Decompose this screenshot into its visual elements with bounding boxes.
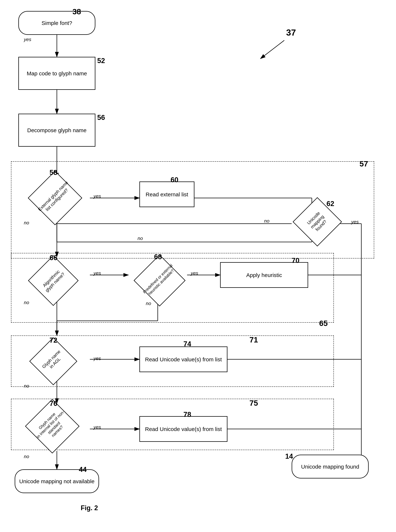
node-map-code: Map code to glyph name <box>18 57 95 90</box>
label-75: 75 <box>250 399 258 407</box>
svg-line-29 <box>261 40 284 59</box>
node-mapping-found: Unicode mapping found <box>292 455 369 479</box>
node-map-code-label: Map code to glyph name <box>27 70 87 77</box>
label-76: 76 <box>50 400 57 407</box>
node-decompose-label: Decompose glyph name <box>27 127 87 134</box>
node-apply-heuristic-label: Apply heuristic <box>246 271 282 279</box>
no-label-62: no <box>264 218 269 224</box>
no-label-76: no <box>24 454 29 459</box>
node-read-unicode-agl: Read Unicode value(s) from list <box>140 346 227 372</box>
yes-label-76: yes <box>93 424 101 430</box>
node-external-glyph: External glyph namelist configured? <box>18 171 92 225</box>
label-14: 14 <box>285 452 293 460</box>
fig-caption: Fig. 2 <box>81 504 98 512</box>
node-read-external-label: Read external list <box>146 191 188 198</box>
node-simple-font: Simple font? <box>18 11 95 35</box>
label-70: 70 <box>292 257 299 264</box>
label-65: 65 <box>319 319 328 328</box>
diagram-container: Simple font? 38 yes Map code to glyph na… <box>0 0 396 532</box>
node-unicode-mapping: Unicodemappingfound? <box>286 198 349 246</box>
label-58: 58 <box>50 169 57 177</box>
yes-label-68: yes <box>191 270 198 276</box>
node-simple-font-label: Simple font? <box>42 19 72 27</box>
no-label-58-h: no <box>138 235 143 241</box>
label-74: 74 <box>183 340 191 348</box>
yes-label-72: yes <box>93 356 101 361</box>
no-label-58-down: no <box>24 220 29 226</box>
label-38: 38 <box>72 7 81 16</box>
label-60: 60 <box>171 176 178 184</box>
label-72: 72 <box>50 336 57 344</box>
node-internal-list: Glyph namein internal list of non-standa… <box>13 400 92 452</box>
node-mapping-found-label: Unicode mapping found <box>301 463 359 470</box>
no-label-66: no <box>24 300 29 305</box>
node-mapping-unavailable-label: Unicode mapping not available <box>19 478 94 485</box>
node-read-unicode-internal: Read Unicode value(s) from list <box>140 416 227 442</box>
label-62: 62 <box>326 200 334 208</box>
yes-label-66: yes <box>93 270 101 276</box>
node-decompose: Decompose glyph name <box>18 114 95 147</box>
label-71: 71 <box>250 336 258 344</box>
label-78: 78 <box>183 411 191 418</box>
label-68: 68 <box>154 253 162 261</box>
node-agl: Glyph namein AGL <box>17 337 90 385</box>
label-37: 37 <box>286 28 296 38</box>
label-52: 52 <box>97 57 105 65</box>
yes-label-38: yes <box>24 37 31 42</box>
label-44: 44 <box>79 466 87 474</box>
no-label-68: no <box>146 301 151 306</box>
node-algorithmic: Algorithmicglyph name? <box>17 255 90 306</box>
yes-label-62: yes <box>351 219 359 225</box>
label-66: 66 <box>50 254 57 262</box>
no-label-72: no <box>24 383 29 389</box>
label-57: 57 <box>360 160 368 168</box>
node-apply-heuristic: Apply heuristic <box>220 262 308 288</box>
node-heuristic-avail: Predefined or externalheuristic availabl… <box>125 255 194 306</box>
node-read-unicode-internal-label: Read Unicode value(s) from list <box>145 425 222 433</box>
node-read-external: Read external list <box>140 182 194 207</box>
label-56: 56 <box>97 114 105 121</box>
yes-label-58: yes <box>93 193 101 199</box>
node-read-unicode-agl-label: Read Unicode value(s) from list <box>145 356 222 363</box>
